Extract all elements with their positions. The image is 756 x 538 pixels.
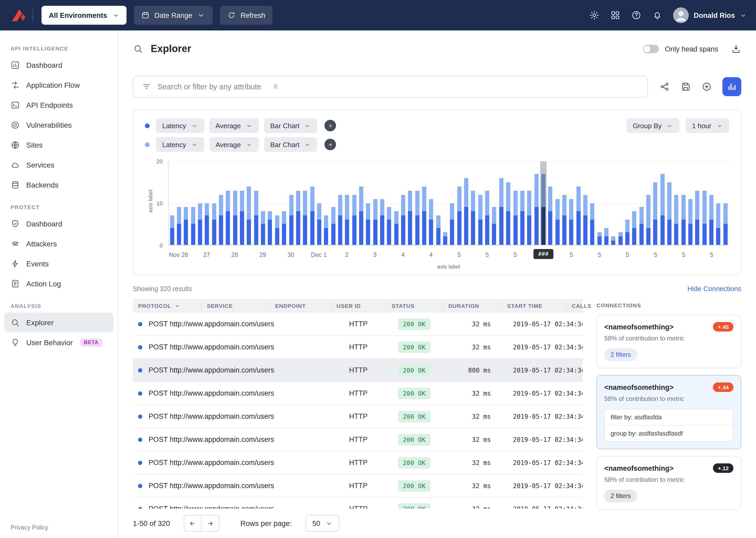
brand-logo[interactable] (10, 7, 27, 23)
chart-bar[interactable] (295, 161, 302, 245)
sidebar-item-dashboard[interactable]: Dashboard (4, 55, 114, 75)
column-header-user-id[interactable]: USER ID (331, 302, 386, 309)
chart-bar[interactable] (330, 161, 337, 245)
chart-bar[interactable] (533, 161, 540, 245)
chart-bar[interactable] (638, 161, 645, 245)
column-header-start-time[interactable]: START TIME (501, 302, 566, 309)
chart-bar[interactable] (673, 161, 680, 245)
table-row[interactable]: POST http://www.appdomain.com/usersHTTP2… (133, 313, 583, 336)
table-row[interactable]: POST http://www.appdomain.com/usersHTTP2… (133, 474, 583, 498)
chart-bar[interactable] (596, 161, 603, 245)
sidebar-item-events[interactable]: Events (4, 254, 114, 273)
sidebar-item-action-log[interactable]: Action Log (4, 274, 114, 293)
chart-type-select[interactable]: Bar Chart (264, 118, 317, 133)
metric-select[interactable]: Latency (156, 137, 204, 152)
chart-bar[interactable] (351, 161, 358, 245)
sidebar-item-sites[interactable]: Sites (4, 135, 114, 154)
chart-bar[interactable] (631, 161, 638, 245)
chart-bar[interactable] (414, 161, 421, 245)
chart-bar[interactable] (582, 161, 589, 245)
chart-bar[interactable] (561, 161, 568, 245)
chart-bar[interactable] (470, 161, 477, 245)
sidebar-item-vulnerabilities[interactable]: Vulnerabilities (4, 115, 114, 134)
chart-bar[interactable] (386, 161, 393, 245)
chart-bar[interactable] (715, 161, 722, 245)
chart-bar[interactable] (372, 161, 379, 245)
chart-bar[interactable] (645, 161, 652, 245)
chart-bar[interactable] (421, 161, 428, 245)
date-range-button[interactable]: Date Range (134, 6, 213, 25)
environment-selector[interactable]: All Environments (41, 6, 126, 25)
sidebar-item-user-behavior[interactable]: User BehaviorBETA (4, 333, 114, 352)
chart-bar[interactable] (225, 161, 232, 245)
column-header-protocol[interactable]: PROTOCOL (133, 302, 201, 309)
privacy-policy-link[interactable]: Privacy Policy (11, 524, 48, 531)
chart-bar[interactable] (680, 161, 687, 245)
chart-bar[interactable] (603, 161, 610, 245)
notifications-icon[interactable] (652, 10, 663, 21)
chart-bar[interactable] (659, 161, 666, 245)
settings-icon[interactable] (589, 10, 599, 21)
chart-bar[interactable] (540, 161, 547, 245)
sidebar-item-dashboard[interactable]: Dashboard (4, 214, 114, 233)
chart-bar[interactable] (624, 161, 631, 245)
chart-bar[interactable] (231, 161, 239, 245)
chart-bar[interactable] (526, 161, 533, 245)
chart-bar[interactable] (176, 161, 183, 245)
chart-bar[interactable] (365, 161, 372, 245)
chart-bar[interactable] (722, 161, 729, 245)
chart-bar[interactable] (309, 161, 316, 245)
chart-bar[interactable] (456, 161, 463, 245)
hide-connections-link[interactable]: Hide Connections (687, 285, 741, 293)
chart-bar[interactable] (505, 161, 512, 245)
sidebar-item-backends[interactable]: Backends (4, 175, 114, 194)
user-menu[interactable]: Donald Rios (673, 7, 746, 23)
chart-bar[interactable] (337, 161, 344, 245)
chart-bar[interactable] (190, 161, 197, 245)
chart-bar[interactable] (358, 161, 365, 245)
chart-bar[interactable] (253, 161, 260, 245)
filters-chip[interactable]: 2 filters (604, 490, 637, 502)
chart-bar[interactable] (182, 161, 190, 245)
apps-grid-icon[interactable] (610, 10, 621, 21)
chart-bar[interactable] (449, 161, 456, 245)
chart-view-button[interactable] (722, 77, 741, 96)
table-row[interactable]: POST http://www.appdomain.com/usersHTTP2… (133, 428, 583, 451)
chart-bar[interactable] (568, 161, 575, 245)
chart-bar[interactable] (400, 161, 407, 245)
add-metric-button[interactable] (325, 139, 336, 150)
chart-bar[interactable] (246, 161, 253, 245)
chart-type-select[interactable]: Bar Chart (264, 137, 317, 152)
chart-bar[interactable] (491, 161, 498, 245)
chart-bar[interactable] (204, 161, 211, 245)
sidebar-item-application-flow[interactable]: Application Flow (4, 75, 114, 94)
column-header-calls[interactable]: CALLS (566, 302, 591, 309)
share-icon[interactable] (659, 81, 670, 92)
chart-bar[interactable] (273, 161, 281, 245)
save-view-icon[interactable] (681, 81, 691, 92)
chart-bar[interactable] (406, 161, 414, 245)
column-header-endpoint[interactable]: ENDPOINT (269, 302, 331, 309)
chart-bar[interactable] (666, 161, 673, 245)
next-page-button[interactable] (202, 515, 219, 532)
chart-bar[interactable] (512, 161, 519, 245)
chart-bar[interactable] (168, 161, 176, 245)
connection-card[interactable]: <nameofsomething>+.3458% of contribution… (596, 375, 741, 449)
aggregation-select[interactable]: Average (209, 118, 259, 133)
chart-bar[interactable] (610, 161, 617, 245)
sidebar-item-services[interactable]: Services (4, 155, 114, 175)
add-icon[interactable] (701, 81, 712, 92)
chart-bar[interactable] (239, 161, 246, 245)
connection-card[interactable]: <nameofsomething>+.1258% of contribution… (596, 456, 741, 510)
filters-chip[interactable]: 2 filters (604, 348, 637, 361)
chart-bar[interactable] (498, 161, 505, 245)
help-icon[interactable] (631, 10, 641, 21)
chart-bar[interactable] (617, 161, 624, 245)
chart-bar[interactable] (708, 161, 715, 245)
group-by-select[interactable]: Group By (626, 118, 679, 133)
table-row[interactable]: POST http://www.appdomain.com/usersHTTP2… (133, 498, 583, 509)
chart-bar[interactable] (344, 161, 351, 245)
chart-bar[interactable] (463, 161, 470, 245)
previous-page-button[interactable] (184, 515, 202, 532)
chart-bar[interactable] (554, 161, 561, 245)
